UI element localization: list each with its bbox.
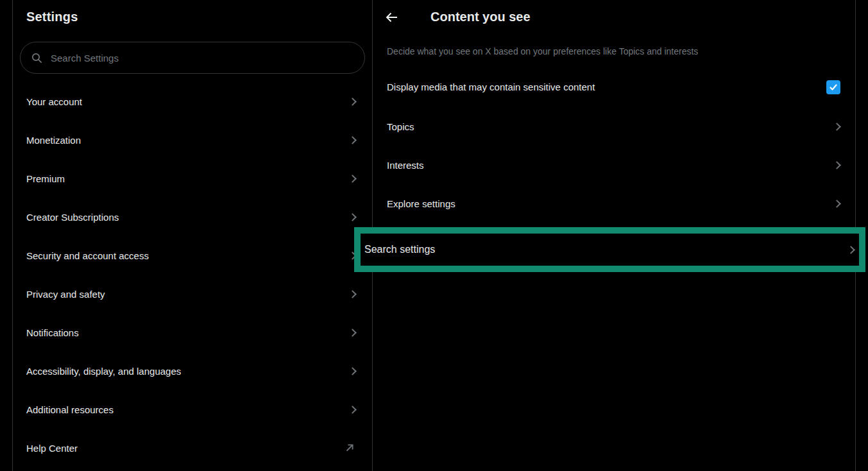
chevron-right-icon (348, 290, 357, 298)
sidebar-item-monetization[interactable]: Monetization (13, 121, 372, 159)
sensitive-content-label: Display media that may contain sensitive… (387, 81, 595, 92)
sidebar-item-label: Premium (26, 173, 65, 184)
chevron-right-icon (348, 136, 357, 144)
sidebar-item-creator-subscriptions[interactable]: Creator Subscriptions (13, 198, 372, 236)
panel-header: Content you see (373, 0, 855, 34)
sidebar-item-label: Notifications (26, 327, 79, 338)
highlight-annotation-box: Search settings (354, 227, 865, 272)
sidebar-item-label: Additional resources (26, 404, 114, 415)
search-input[interactable] (51, 53, 320, 64)
sidebar-header: Settings (13, 0, 372, 34)
chevron-right-icon (348, 367, 357, 375)
row-label: Explore settings (387, 198, 455, 209)
sidebar-item-label: Help Center (26, 443, 78, 454)
sidebar-item-label: Your account (26, 96, 82, 107)
chevron-right-icon (348, 213, 357, 221)
settings-page: Settings Your account Monetization Premi (0, 0, 868, 471)
sidebar-item-security-and-account-access[interactable]: Security and account access (13, 236, 372, 275)
panel-title: Content you see (430, 10, 531, 24)
chevron-right-icon (348, 98, 357, 106)
row-explore-settings[interactable]: Explore settings (373, 184, 855, 223)
chevron-right-icon (348, 406, 357, 414)
external-link-icon (344, 442, 355, 454)
sidebar-item-label: Security and account access (26, 250, 149, 261)
panel-description: Decide what you see on X based on your p… (387, 46, 841, 58)
chevron-right-icon (833, 200, 841, 208)
chevron-right-icon (833, 161, 841, 169)
row-label: Interests (387, 160, 424, 171)
sensitive-content-checkbox[interactable] (826, 80, 840, 94)
search-settings-box[interactable] (20, 42, 365, 74)
sidebar-item-help-center[interactable]: Help Center (13, 429, 372, 467)
sidebar-item-label: Monetization (26, 135, 81, 146)
sidebar-item-your-account[interactable]: Your account (13, 82, 372, 121)
sidebar-item-additional-resources[interactable]: Additional resources (13, 390, 372, 429)
chevron-right-icon (847, 246, 855, 254)
row-label: Topics (387, 121, 414, 132)
back-button[interactable] (380, 6, 404, 29)
row-topics[interactable]: Topics (373, 107, 855, 146)
row-search-settings[interactable]: Search settings (361, 234, 859, 266)
search-icon (31, 53, 42, 64)
sidebar-item-label: Creator Subscriptions (26, 212, 119, 223)
sidebar-item-premium[interactable]: Premium (13, 159, 372, 198)
checkmark-icon (829, 83, 838, 92)
chevron-right-icon (348, 329, 357, 337)
arrow-left-icon (385, 10, 399, 24)
row-label: Search settings (364, 244, 435, 255)
settings-menu: Your account Monetization Premium Creato… (13, 82, 372, 467)
sensitive-content-row[interactable]: Display media that may contain sensitive… (373, 67, 855, 107)
chevron-right-icon (348, 175, 357, 183)
page-title: Settings (26, 10, 78, 24)
sidebar-item-privacy-and-safety[interactable]: Privacy and safety (13, 275, 372, 313)
sidebar-item-label: Accessibility, display, and languages (26, 366, 181, 377)
sidebar-item-label: Privacy and safety (26, 289, 105, 300)
sidebar-item-notifications[interactable]: Notifications (13, 313, 372, 352)
row-interests[interactable]: Interests (373, 146, 855, 184)
content-rows: Topics Interests Explore settings (373, 107, 855, 223)
chevron-right-icon (833, 123, 841, 131)
settings-sidebar: Settings Your account Monetization Premi (12, 0, 373, 471)
sidebar-item-accessibility-display-languages[interactable]: Accessibility, display, and languages (13, 352, 372, 390)
